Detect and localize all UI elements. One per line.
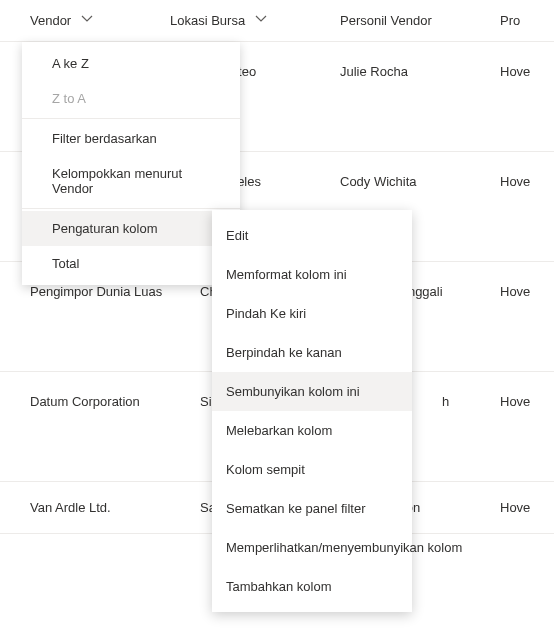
submenu-item-pin-to-filter[interactable]: Sematkan ke panel filter	[212, 489, 412, 528]
menu-item-filter-by[interactable]: Filter berdasarkan	[22, 121, 240, 156]
menu-item-label: A ke Z	[52, 56, 89, 71]
column-header-lokasi[interactable]: Lokasi Bursa	[170, 13, 340, 28]
submenu-item-move-right[interactable]: Berpindah ke kanan	[212, 333, 412, 372]
column-header-personil[interactable]: Personil Vendor	[340, 13, 500, 28]
menu-item-label: Filter berdasarkan	[52, 131, 157, 146]
cell-personil: Julie Rocha	[340, 64, 500, 79]
cell-pro: Hove	[500, 284, 554, 299]
submenu-item-show-hide-columns[interactable]: Memperlihatkan/menyembunyikan kolom	[212, 528, 412, 567]
menu-item-group-by-vendor[interactable]: Kelompokkan menurut Vendor	[22, 156, 240, 206]
cell-pro: Hove	[500, 500, 554, 515]
menu-divider	[22, 118, 240, 119]
menu-item-label: Kelompokkan menurut Vendor	[52, 166, 226, 196]
menu-item-label: Pengaturan kolom	[52, 221, 158, 236]
column-settings-submenu: Edit Memformat kolom ini Pindah Ke kiri …	[212, 210, 412, 612]
cell-pro: Hove	[500, 64, 554, 79]
submenu-item-edit[interactable]: Edit	[212, 216, 412, 255]
column-header-pro[interactable]: Pro	[500, 13, 554, 28]
submenu-item-widen-column[interactable]: Melebarkan kolom	[212, 411, 412, 450]
column-header-pro-label: Pro	[500, 13, 520, 28]
menu-divider	[22, 208, 240, 209]
submenu-item-narrow-column[interactable]: Kolom sempit	[212, 450, 412, 489]
cell-pro: Hove	[500, 394, 554, 409]
column-header-vendor-label: Vendor	[30, 13, 71, 28]
column-header-personil-label: Personil Vendor	[340, 13, 432, 28]
chevron-down-icon	[81, 13, 93, 28]
cell-vendor: Pengimpor Dunia Luas	[0, 284, 170, 299]
menu-item-label: Total	[52, 256, 79, 271]
cell-personil: Cody Wichita	[340, 174, 500, 189]
menu-item-column-settings[interactable]: Pengaturan kolom	[22, 211, 240, 246]
menu-item-sort-az[interactable]: A ke Z	[22, 46, 240, 81]
menu-item-total[interactable]: Total	[22, 246, 240, 281]
column-header-row: Vendor Lokasi Bursa Personil Vendor Pro	[0, 0, 554, 42]
submenu-item-hide-column[interactable]: Sembunyikan kolom ini	[212, 372, 412, 411]
chevron-down-icon	[255, 13, 267, 28]
submenu-item-move-left[interactable]: Pindah Ke kiri	[212, 294, 412, 333]
submenu-item-format-column[interactable]: Memformat kolom ini	[212, 255, 412, 294]
menu-item-sort-za[interactable]: Z to A	[22, 81, 240, 116]
column-context-menu: A ke Z Z to A Filter berdasarkan Kelompo…	[22, 42, 240, 285]
column-header-vendor[interactable]: Vendor	[0, 13, 170, 28]
submenu-item-add-column[interactable]: Tambahkan kolom	[212, 567, 412, 606]
cell-pro: Hove	[500, 174, 554, 189]
cell-vendor: Van Ardle Ltd.	[0, 500, 170, 515]
menu-item-label: Z to A	[52, 91, 86, 106]
column-header-lokasi-label: Lokasi Bursa	[170, 13, 245, 28]
cell-vendor: Datum Corporation	[0, 394, 170, 409]
